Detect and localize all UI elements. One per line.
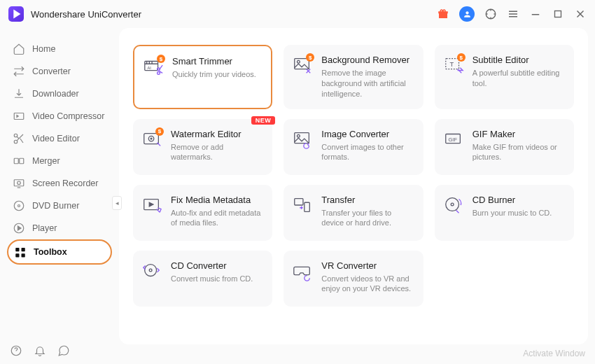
svg-point-14 — [14, 201, 24, 211]
card-title: Fix Media Metadata — [171, 195, 264, 205]
support-icon[interactable] — [484, 8, 497, 20]
footer-icons — [10, 344, 70, 357]
subtitle-editor-icon: T $ — [443, 55, 464, 76]
sidebar-item-player[interactable]: Player — [7, 217, 112, 239]
sidebar-item-merger[interactable]: Merger — [7, 150, 112, 172]
svg-rect-17 — [15, 248, 19, 251]
sidebar-item-converter[interactable]: Converter — [7, 60, 112, 83]
titlebar: Wondershare UniConverter — [0, 0, 595, 28]
svg-rect-18 — [22, 248, 25, 251]
transfer-icon — [292, 195, 313, 216]
cd-burner-icon — [443, 195, 464, 216]
card-title: Image Converter — [321, 129, 414, 139]
card-title: Smart Trimmer — [172, 56, 262, 66]
card-title: VR Converter — [321, 260, 414, 271]
card-desc: Quickly trim your videos. — [172, 69, 262, 80]
watermark-editor-icon: $ — [141, 129, 162, 150]
svg-rect-19 — [15, 253, 19, 257]
home-icon — [13, 43, 25, 55]
dollar-badge: $ — [306, 53, 314, 62]
bell-icon[interactable] — [34, 344, 46, 357]
merger-icon — [13, 155, 25, 167]
card-cd-converter[interactable]: CD Converter Convert music from CD. — [133, 251, 272, 307]
svg-text:GIF: GIF — [448, 136, 457, 142]
sidebar-item-screen-recorder[interactable]: Screen Recorder — [7, 172, 112, 195]
card-title: Watermark Editor — [171, 129, 264, 139]
card-transfer[interactable]: Transfer Transfer your files to device o… — [284, 185, 423, 241]
toolbox-icon — [14, 246, 27, 258]
sidebar-item-home[interactable]: Home — [7, 38, 112, 60]
card-title: GIF Maker — [472, 129, 566, 139]
sidebar-item-label: Converter — [32, 66, 71, 76]
sidebar-item-video-editor[interactable]: Video Editor — [7, 127, 112, 150]
sidebar-item-label: Toolbox — [34, 247, 67, 257]
converter-icon — [13, 65, 25, 78]
card-desc: A powerful subtitle editing tool. — [472, 68, 566, 89]
dollar-badge: $ — [157, 55, 165, 63]
gift-icon[interactable] — [437, 8, 449, 20]
card-desc: Convert videos to VR and enjoy on your V… — [321, 274, 414, 295]
user-avatar[interactable] — [459, 6, 475, 22]
sidebar: Home Converter Downloader Video Compress… — [0, 28, 119, 350]
sidebar-item-toolbox[interactable]: Toolbox — [7, 239, 112, 265]
maximize-button[interactable] — [552, 8, 564, 20]
card-fix-media-metadata[interactable]: Fix Media Metadata Auto-fix and edit met… — [133, 185, 272, 241]
metadata-icon — [141, 195, 162, 216]
svg-point-9 — [14, 140, 18, 144]
content-area: AI $ Smart Trimmer Quickly trim your vid… — [119, 28, 588, 344]
close-button[interactable] — [574, 8, 587, 20]
activate-windows-watermark: Activate Window — [523, 349, 585, 358]
card-vr-converter[interactable]: VR Converter Convert videos to VR and en… — [284, 251, 423, 307]
card-title: CD Converter — [171, 260, 264, 271]
card-title: CD Burner — [472, 195, 566, 205]
dollar-badge: $ — [155, 127, 164, 136]
card-desc: Remove or add watermarks. — [171, 142, 264, 163]
svg-point-13 — [18, 181, 21, 185]
sidebar-item-label: Player — [32, 223, 57, 233]
card-title: Background Remover — [321, 55, 414, 65]
feedback-icon[interactable] — [57, 344, 70, 357]
compress-icon — [13, 110, 25, 122]
download-icon — [13, 88, 25, 100]
sidebar-item-label: Video Editor — [32, 134, 80, 144]
gif-maker-icon: GIF — [443, 129, 464, 150]
new-badge: NEW — [251, 116, 276, 125]
toolbox-grid: AI $ Smart Trimmer Quickly trim your vid… — [133, 45, 574, 307]
card-desc: Transfer your files to device or hard dr… — [321, 208, 414, 229]
card-gif-maker[interactable]: GIF GIF Maker Make GIF from videos or pi… — [435, 119, 574, 175]
sidebar-item-downloader[interactable]: Downloader — [7, 83, 112, 105]
sidebar-item-label: Merger — [32, 156, 60, 166]
svg-point-26 — [298, 60, 300, 63]
smart-trimmer-icon: AI $ — [143, 56, 164, 77]
sidebar-item-video-compressor[interactable]: Video Compressor — [7, 105, 112, 127]
sidebar-collapse-toggle[interactable]: ◂ — [112, 196, 122, 210]
scissors-icon — [13, 132, 25, 145]
card-cd-burner[interactable]: CD Burner Burn your music to CD. — [435, 185, 574, 241]
sidebar-item-label: Video Compressor — [32, 111, 104, 121]
card-desc: Auto-fix and edit metadata of media file… — [171, 208, 264, 229]
sidebar-item-dvd-burner[interactable]: DVD Burner — [7, 195, 112, 217]
card-image-converter[interactable]: Image Converter Convert images to other … — [284, 119, 423, 175]
vr-converter-icon — [292, 260, 313, 281]
card-desc: Remove the image background with artific… — [321, 68, 414, 99]
hamburger-menu-icon[interactable] — [507, 8, 519, 20]
minimize-button[interactable] — [529, 8, 542, 20]
svg-rect-12 — [14, 180, 24, 186]
card-watermark-editor[interactable]: NEW $ Watermark Editor Remove or add wat… — [133, 119, 272, 175]
card-smart-trimmer[interactable]: AI $ Smart Trimmer Quickly trim your vid… — [133, 45, 272, 109]
disc-icon — [13, 200, 25, 212]
svg-rect-37 — [295, 198, 303, 204]
svg-point-24 — [158, 72, 160, 75]
help-icon[interactable] — [10, 344, 22, 357]
sidebar-item-label: Screen Recorder — [32, 178, 99, 188]
svg-rect-38 — [304, 202, 310, 211]
dollar-badge: $ — [457, 53, 465, 62]
svg-point-41 — [145, 264, 157, 276]
svg-point-8 — [14, 134, 18, 137]
card-desc: Convert images to other formats. — [321, 142, 414, 163]
svg-rect-4 — [555, 11, 561, 18]
recorder-icon — [13, 177, 25, 190]
sidebar-item-label: DVD Burner — [32, 201, 79, 211]
card-subtitle-editor[interactable]: T $ Subtitle Editor A powerful subtitle … — [435, 45, 574, 109]
card-background-remover[interactable]: $ Background Remover Remove the image ba… — [284, 45, 423, 109]
